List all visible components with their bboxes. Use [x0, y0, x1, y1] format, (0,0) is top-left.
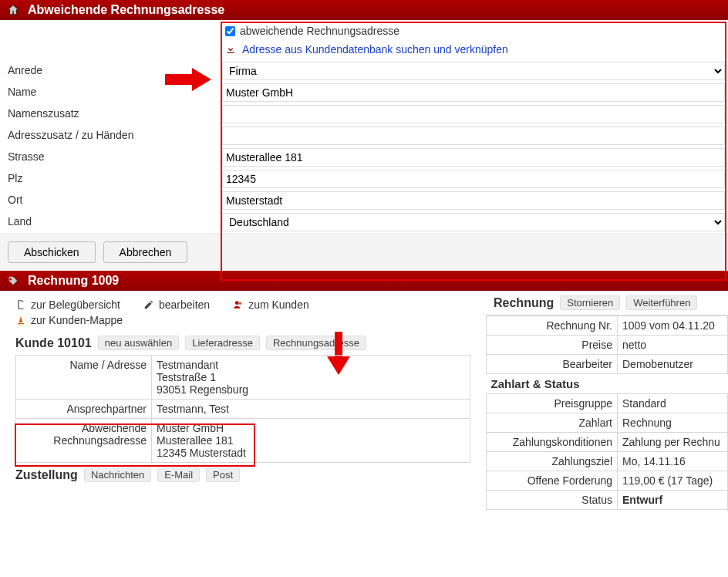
document-icon [15, 299, 26, 310]
table-row: Name / Adresse Testmandant Teststraße 1 … [16, 356, 470, 400]
abw-rechnungs-value: Muster GmbH Musterallee 181 12345 Muster… [152, 419, 470, 463]
preise-value: netto [618, 336, 728, 355]
bearbeiten-link[interactable]: bearbeiten [143, 299, 210, 311]
namenszusatz-input[interactable] [222, 105, 725, 123]
name-label: Name [0, 82, 222, 102]
table-row: ZahlungskonditionenZahlung per Rechnu [487, 433, 728, 452]
rechnung-nr-label: Rechnung Nr. [487, 316, 618, 336]
svg-point-2 [235, 301, 239, 305]
pencil-icon [143, 299, 154, 310]
namenszusatz-label: Namenszusatz [0, 103, 222, 123]
table-row: StatusEntwurf [487, 491, 728, 510]
table-row: Rechnung Nr.1009 vom 04.11.20 [487, 316, 728, 336]
table-row: Ansprechpartner Testmann, Test [16, 400, 470, 419]
abw-rechnungs-label: Abweichende Rechnungsadresse [16, 419, 152, 463]
table-row: PreisgruppeStandard [487, 394, 728, 413]
konditionen-label: Zahlungskonditionen [487, 433, 618, 452]
cone-icon [15, 315, 26, 326]
kunden-mappe-link[interactable]: zur Kunden-Mappe [15, 314, 123, 326]
search-customer-link[interactable]: Adresse aus Kundendatenbank suchen und v… [242, 43, 508, 56]
page-title: Abweichende Rechnungsadresse [28, 3, 224, 17]
status-label: Status [487, 491, 618, 510]
submit-button[interactable]: Abschicken [8, 241, 96, 263]
rechnungsadresse-pill[interactable]: Rechnungsadresse [266, 336, 366, 350]
ort-input[interactable] [222, 191, 725, 210]
abweichende-checkbox-label: abweichende Rechnungsadresse [240, 25, 399, 37]
neu-auswaehlen-pill[interactable]: neu auswählen [98, 336, 179, 350]
ziel-label: Zahlungsziel [487, 452, 618, 471]
strasse-label: Strasse [0, 147, 222, 167]
preisgruppe-value: Standard [618, 394, 728, 413]
zum-kunden-link[interactable]: zum Kunden [233, 299, 309, 311]
table-row: Preisenetto [487, 336, 728, 355]
land-label: Land [0, 211, 222, 231]
anrede-label: Anrede [0, 60, 222, 80]
kunde-heading: Kunde 10101 [15, 336, 92, 350]
zahlart-heading-row: Zahlart & Status [487, 374, 728, 394]
table-row: Abweichende Rechnungsadresse Muster GmbH… [16, 419, 470, 463]
konditionen-value: Zahlung per Rechnu [618, 433, 728, 452]
zahlart-label: Zahlart [487, 413, 618, 433]
table-row: Offene Forderung119,00 € (17 Tage) [487, 471, 728, 491]
zustellung-heading: Zustellung [15, 468, 78, 482]
home-icon[interactable] [6, 4, 20, 16]
bearbeiter-value: Demobenutzer [618, 355, 728, 374]
adresszusatz-input[interactable] [222, 127, 725, 145]
anrede-select[interactable]: Firma [222, 62, 725, 80]
preise-label: Preise [487, 336, 618, 355]
tag-icon[interactable] [6, 275, 20, 287]
land-select[interactable]: Deutschland [222, 213, 725, 231]
cancel-button[interactable]: Abbrechen [103, 241, 188, 263]
ort-label: Ort [0, 190, 222, 210]
ansprechpartner-value: Testmann, Test [152, 400, 470, 419]
nachrichten-pill[interactable]: Nachrichten [84, 467, 151, 482]
lieferadresse-pill[interactable]: Lieferadresse [185, 336, 260, 350]
rechnung-heading: Rechnung [494, 296, 554, 310]
rechnung-nr-value: 1009 vom 04.11.20 [618, 316, 728, 336]
plz-label: Plz [0, 168, 222, 188]
table-row: ZahlungszielMo, 14.11.16 [487, 452, 728, 471]
adresszusatz-label: Adresszusatz / zu Händen [0, 125, 222, 145]
post-pill[interactable]: Post [206, 467, 240, 482]
offene-label: Offene Forderung [487, 471, 618, 491]
ansprechpartner-label: Ansprechpartner [16, 400, 152, 419]
zahlart-value: Rechnung [618, 413, 728, 433]
table-row: ZahlartRechnung [487, 413, 728, 433]
preisgruppe-label: Preisgruppe [487, 394, 618, 413]
weiterfuehren-pill[interactable]: Weiterführen [626, 295, 697, 310]
email-pill[interactable]: E-Mail [157, 467, 200, 482]
name-adresse-label: Name / Adresse [16, 356, 152, 400]
strasse-input[interactable] [222, 148, 725, 167]
zahlart-heading: Zahlart & Status [487, 374, 728, 394]
person-icon [233, 299, 244, 310]
download-icon [225, 44, 236, 55]
name-adresse-value: Testmandant Teststraße 1 93051 Regensbur… [152, 356, 470, 400]
offene-value: 119,00 € (17 Tage) [618, 471, 728, 491]
status-value: Entwurf [618, 491, 728, 510]
stornieren-pill[interactable]: Stornieren [560, 295, 620, 310]
beleguebersicht-link[interactable]: zur Belegübersicht [15, 299, 120, 311]
invoice-title: Rechnung 1009 [28, 274, 119, 288]
table-row: BearbeiterDemobenutzer [487, 355, 728, 374]
ziel-value: Mo, 14.11.16 [618, 452, 728, 471]
name-input[interactable] [222, 83, 725, 102]
bearbeiter-label: Bearbeiter [487, 355, 618, 374]
abweichende-checkbox[interactable] [225, 26, 235, 36]
svg-point-3 [239, 302, 242, 305]
plz-input[interactable] [222, 170, 725, 188]
